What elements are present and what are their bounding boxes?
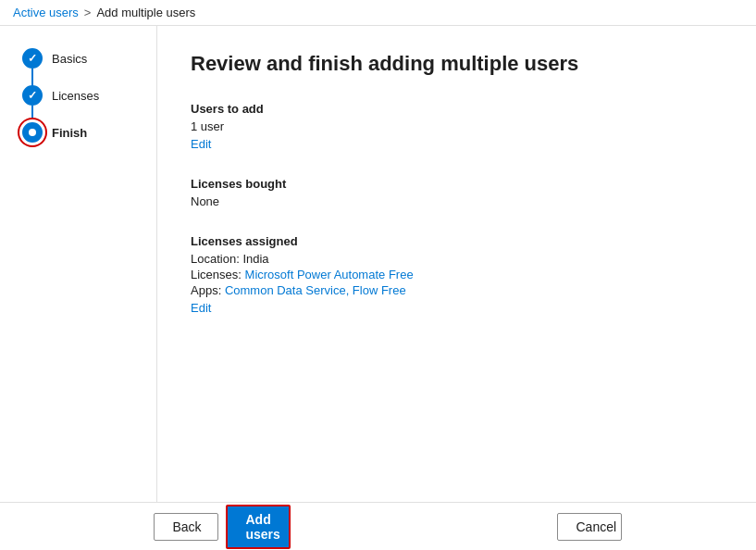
licenses-assigned-location: Location: India: [191, 252, 723, 266]
footer: Back Add users Cancel: [0, 502, 756, 550]
sidebar-label-finish: Finish: [52, 126, 87, 140]
licenses-assigned-apps: Apps: Common Data Service, Flow Free: [191, 283, 723, 297]
apps-key: Apps:: [191, 283, 221, 297]
back-button[interactable]: Back: [154, 513, 218, 541]
step-connector-2: [31, 106, 33, 124]
step-circle-finish-inner: [29, 129, 36, 136]
licenses-value: Microsoft Power Automate Free: [245, 268, 414, 281]
users-to-add-edit-link[interactable]: Edit: [191, 137, 211, 151]
cancel-button[interactable]: Cancel: [557, 513, 622, 541]
breadcrumb: Active users > Add multiple users: [0, 0, 756, 26]
breadcrumb-separator: >: [84, 6, 92, 19]
location-value: India: [242, 252, 268, 266]
users-to-add-label: Users to add: [191, 102, 723, 116]
licenses-key: Licenses:: [191, 268, 242, 281]
sidebar-item-licenses[interactable]: Licenses: [22, 85, 156, 106]
step-circle-basics: [22, 48, 43, 69]
licenses-bought-label: Licenses bought: [191, 177, 723, 191]
step-circle-licenses: [22, 85, 43, 106]
sidebar-label-licenses: Licenses: [52, 89, 99, 103]
sidebar-label-basics: Basics: [52, 52, 87, 66]
users-to-add-value: 1 user: [191, 119, 723, 133]
section-licenses-bought: Licenses bought None: [191, 177, 723, 208]
section-users-to-add: Users to add 1 user Edit: [191, 102, 723, 151]
main-content-area: Review and finish adding multiple users …: [157, 26, 756, 544]
step-circle-finish: [22, 122, 43, 143]
sidebar: Basics Licenses Finish: [0, 26, 157, 544]
licenses-assigned-label: Licenses assigned: [191, 234, 723, 248]
main-layout: Basics Licenses Finish Review and finish…: [0, 26, 756, 544]
add-users-button[interactable]: Add users: [226, 505, 291, 549]
breadcrumb-current: Add multiple users: [96, 6, 195, 19]
breadcrumb-parent-link[interactable]: Active users: [13, 6, 79, 19]
section-licenses-assigned: Licenses assigned Location: India Licens…: [191, 234, 723, 315]
licenses-assigned-licenses: Licenses: Microsoft Power Automate Free: [191, 268, 723, 281]
licenses-bought-value: None: [191, 194, 723, 208]
page-title: Review and finish adding multiple users: [191, 52, 723, 76]
location-key: Location:: [191, 252, 240, 266]
apps-value: Common Data Service, Flow Free: [225, 283, 406, 297]
licenses-assigned-edit-link[interactable]: Edit: [191, 301, 211, 315]
sidebar-item-basics[interactable]: Basics: [22, 48, 156, 69]
step-connector-1: [31, 69, 33, 87]
sidebar-item-finish[interactable]: Finish: [22, 122, 156, 143]
